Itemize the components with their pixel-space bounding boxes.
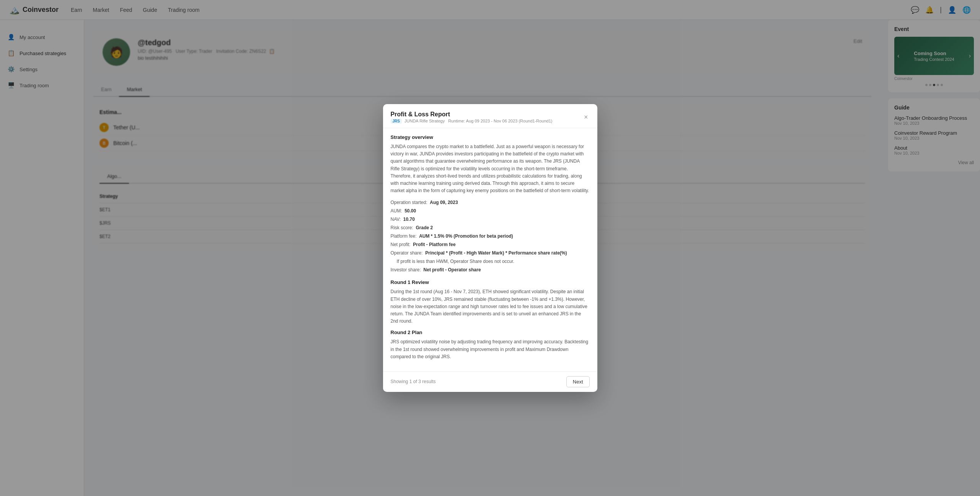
next-button[interactable]: Next bbox=[566, 376, 590, 387]
modal-close-button[interactable]: × bbox=[582, 112, 590, 122]
net-profit-value: Profit - Platform fee bbox=[413, 242, 455, 247]
platform-fee-value: AUM * 1.5% 0% (Promotion for beta period… bbox=[419, 233, 513, 239]
nav-row: NAV: 10.70 bbox=[391, 216, 590, 223]
nav-value: 10.70 bbox=[403, 217, 415, 222]
modal-subtitle: JRS JUNDA Rifle Strategy Runtime: Aug 09… bbox=[391, 119, 553, 123]
round1-text: During the 1st round (Aug 16 - Nov 7, 20… bbox=[391, 288, 590, 325]
operator-share-note: If profit is less than HWM, Operator Sha… bbox=[391, 258, 590, 265]
round1-title: Round 1 Review bbox=[391, 279, 590, 285]
operation-started-label: Operation started: bbox=[391, 200, 427, 205]
operator-share-line2: If profit is less than HWM, Operator Sha… bbox=[391, 259, 514, 264]
modal-footer: Showing 1 of 3 results Next bbox=[383, 371, 597, 392]
net-profit-label: Net profit: bbox=[391, 242, 411, 247]
platform-fee-row: Platform fee: AUM * 1.5% 0% (Promotion f… bbox=[391, 233, 590, 240]
operation-started-row: Operation started: Aug 09, 2023 bbox=[391, 199, 590, 206]
operator-share-line1: Principal * (Profit - High Water Mark) *… bbox=[425, 250, 567, 256]
modal-title: Profit & Loss Report bbox=[391, 111, 553, 118]
aum-label: AUM: bbox=[391, 208, 402, 214]
modal-strategy-name: JUNDA Rifle Strategy bbox=[404, 119, 445, 123]
modal-header: Profit & Loss Report JRS JUNDA Rifle Str… bbox=[383, 104, 597, 128]
round2-title: Round 2 Plan bbox=[391, 330, 590, 335]
modal-runtime-label: Runtime: bbox=[448, 119, 465, 123]
aum-value: 50.00 bbox=[404, 208, 416, 214]
modal-header-content: Profit & Loss Report JRS JUNDA Rifle Str… bbox=[391, 111, 553, 123]
modal-runtime-value: Aug 09 2023 - Nov 06 2023 (Round1-Round1… bbox=[466, 119, 553, 123]
platform-fee-label: Platform fee: bbox=[391, 233, 417, 239]
investor-share-row: Investor share: Net profit - Operator sh… bbox=[391, 266, 590, 273]
risk-score-value: Grade 2 bbox=[416, 225, 433, 230]
aum-row: AUM: 50.00 bbox=[391, 207, 590, 214]
investor-share-value: Net profit - Operator share bbox=[424, 267, 481, 272]
modal-overlay[interactable]: Profit & Loss Report JRS JUNDA Rifle Str… bbox=[0, 0, 980, 496]
operation-started-value: Aug 09, 2023 bbox=[430, 200, 458, 205]
jrs-badge: JRS bbox=[391, 119, 402, 124]
round2-text: JRS optimized volatility noise by adjust… bbox=[391, 338, 590, 361]
nav-label: NAV: bbox=[391, 217, 401, 222]
strategy-overview-text: JUNDA compares the crypto market to a ba… bbox=[391, 143, 590, 194]
strategy-overview-title: Strategy overview bbox=[391, 134, 590, 140]
investor-share-label: Investor share: bbox=[391, 267, 421, 272]
operator-share-row: Operator share: Principal * (Profit - Hi… bbox=[391, 250, 590, 256]
risk-score-row: Risk score: Grade 2 bbox=[391, 224, 590, 231]
showing-count: Showing 1 of 3 results bbox=[391, 379, 436, 384]
modal: Profit & Loss Report JRS JUNDA Rifle Str… bbox=[383, 104, 597, 392]
modal-body: Strategy overview JUNDA compares the cry… bbox=[383, 128, 597, 371]
operator-share-label: Operator share: bbox=[391, 250, 423, 256]
risk-score-label: Risk score: bbox=[391, 225, 413, 230]
net-profit-row: Net profit: Profit - Platform fee bbox=[391, 241, 590, 248]
